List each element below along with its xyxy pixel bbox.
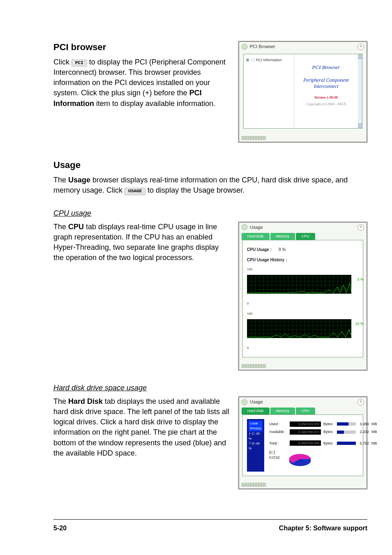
cpu-paragraph: The CPU tab displays real-time CPU usage… [53, 222, 231, 263]
text: Click [53, 58, 71, 66]
cpu-usage-value: 9 % [279, 247, 286, 252]
total-bar [337, 442, 356, 445]
pci-paragraph: Click PCI to display the PCI (Peripheral… [53, 57, 231, 109]
hard-disk-term: Hard Disk [68, 397, 103, 405]
resize-grip-icon[interactable] [242, 364, 266, 368]
usage-term: Usage [68, 176, 90, 184]
used-mb: 3,489 [360, 421, 369, 427]
tab-cpu[interactable]: CPU [296, 233, 315, 240]
avail-mb-unit: MB [371, 429, 377, 435]
page-number: 5-20 [53, 524, 67, 533]
tree-node-pci-information[interactable]: PCI Information [246, 58, 291, 63]
chapter-title: Chapter 5: Software support [279, 524, 367, 533]
usage-intro-paragraph: The Usage browser displays real-time inf… [53, 175, 367, 196]
subheading-cpu-usage: CPU usage [53, 208, 367, 219]
usage-harddisk-window: Usage × Hard Disk Memory CPU Local Drive… [238, 396, 367, 489]
tab-hard-disk[interactable]: Hard Disk [242, 408, 270, 415]
resize-grip-icon[interactable] [242, 136, 266, 140]
total-mb-unit: MB [371, 441, 377, 446]
total-bytes-unit: Bytes [323, 441, 333, 446]
tab-hard-disk[interactable]: Hard Disk [242, 233, 270, 240]
tab-cpu[interactable]: CPU [296, 408, 315, 415]
cpu-body: CPU Usage : 9 % CPU Usage History : 100 … [242, 240, 363, 357]
scroll-down-icon[interactable] [358, 123, 362, 128]
drive-details: Used : 3,658,919,976 Bytes 3,489 MB Avai… [269, 419, 377, 472]
drive-list-root[interactable]: Local Drive(s) [249, 421, 263, 431]
cpu-usage-label: CPU Usage : [247, 247, 272, 252]
filesystem: FAT32 [269, 455, 280, 461]
used-bar [337, 422, 356, 426]
total-bytes: 6,000,916,048 [290, 440, 321, 446]
pci-icon-button: PCI [71, 60, 87, 67]
resize-grip-icon[interactable] [242, 483, 266, 487]
cpu-pct-1: 3 % [357, 277, 364, 282]
section-heading-pci: PCI browser [53, 41, 231, 54]
text: D: 00 % [249, 442, 260, 450]
window-title: Usage [250, 224, 263, 230]
pci-content-panel: PCI Browser Peripheral Component Interco… [294, 54, 362, 128]
app-icon [242, 224, 247, 230]
used-label: Used : [269, 421, 287, 427]
pci-tree[interactable]: PCI Information [244, 54, 294, 128]
tab-bar: Hard Disk Memory CPU [239, 407, 367, 415]
avail-bytes-unit: Bytes [323, 429, 333, 435]
text: The [53, 223, 68, 231]
text: item to display available information. [96, 99, 215, 108]
cpu-graph-2: 100 0 15 % [247, 307, 351, 352]
total-mb: 5,722 [360, 441, 369, 446]
pci-browser-window: PCI Browser × PCI Information PCI Browse… [238, 41, 367, 143]
pie-chart-icon [287, 451, 313, 469]
content-title: PCI Browser [294, 64, 358, 71]
text: The [53, 397, 68, 405]
subheading-hdd-usage: Hard disk drive space usage [53, 383, 367, 393]
total-label: Total : [269, 441, 287, 446]
window-titlebar: PCI Browser [239, 42, 367, 51]
drive-list-c[interactable]: ├ C: 39 % [249, 431, 263, 441]
y-axis-0: 0 [247, 346, 249, 350]
tab-bar: Hard Disk Memory CPU [239, 232, 367, 240]
hd-body: Local Drive(s) ├ C: 39 % └ D: 00 % Used … [242, 415, 363, 476]
close-icon[interactable]: × [357, 44, 364, 50]
tab-memory[interactable]: Memory [270, 408, 295, 415]
tab-memory[interactable]: Memory [270, 233, 295, 240]
text: C: 39 % [249, 432, 260, 440]
pci-body: PCI Information PCI Browser Peripheral C… [243, 54, 362, 129]
hdd-paragraph: The Hard Disk tab displays the used and … [53, 396, 231, 458]
avail-bytes: 2,340,996,072 [290, 429, 321, 435]
content-version: Version 1.00.00 [294, 95, 358, 99]
y-axis-100: 100 [247, 267, 252, 271]
avail-mb: 2,232 [360, 429, 369, 435]
window-titlebar: Usage [239, 223, 367, 232]
close-icon[interactable]: × [357, 399, 364, 405]
usage-icon-button: USAGE [125, 188, 145, 195]
y-axis-100: 100 [247, 312, 252, 315]
content-subtitle-2: Interconnect [294, 83, 358, 90]
y-axis-0: 0 [247, 302, 249, 305]
cpu-term: CPU [68, 223, 84, 231]
drive-list-d[interactable]: └ D: 00 % [249, 441, 263, 451]
used-mb-unit: MB [371, 421, 377, 427]
text: The [53, 176, 68, 184]
cpu-pct-2: 15 % [355, 321, 364, 327]
window-title: Usage [250, 399, 263, 405]
text: to display the Usage browser. [148, 186, 244, 194]
avail-bar [337, 431, 356, 434]
page-footer: 5-20 Chapter 5: Software support [53, 519, 367, 533]
used-bytes: 3,658,919,976 [290, 421, 321, 427]
scroll-up-icon[interactable] [358, 54, 362, 59]
cpu-history-label: CPU Usage History : [247, 257, 359, 263]
close-icon[interactable]: × [357, 224, 364, 231]
used-bytes-unit: Bytes [323, 421, 333, 427]
content-subtitle-1: Peripheral Component [294, 77, 358, 83]
drive-list[interactable]: Local Drive(s) ├ C: 39 % └ D: 00 % [247, 419, 264, 472]
drive-id: [C:] [269, 450, 280, 455]
section-heading-usage: Usage [53, 159, 367, 172]
avail-label: Available : [269, 429, 287, 435]
usage-cpu-window: Usage × Hard Disk Memory CPU CPU Usage :… [238, 222, 367, 371]
window-titlebar: Usage [239, 397, 367, 407]
text: tab displays the used and available hard… [53, 397, 229, 457]
app-icon [242, 44, 247, 50]
cpu-graph-1: 100 0 3 % [247, 263, 351, 307]
app-icon [242, 399, 247, 405]
content-copyright: Copyright (c) 2004 , ASUS [294, 102, 358, 106]
